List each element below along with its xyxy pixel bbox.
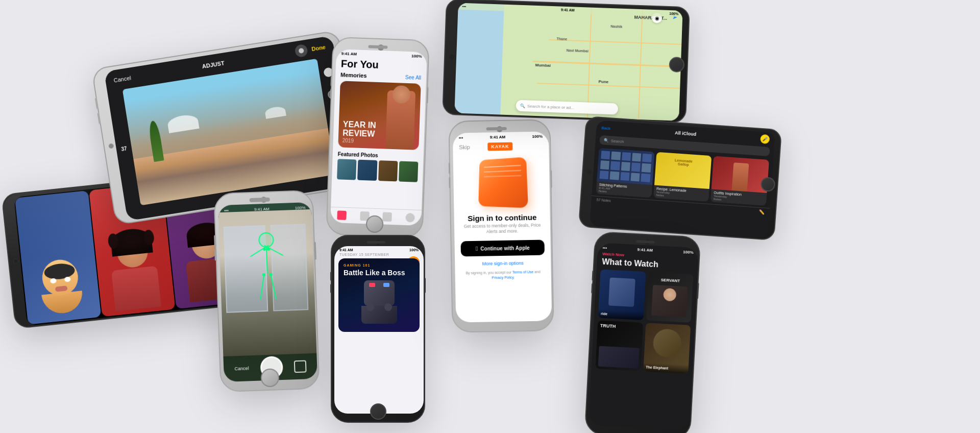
notes-back-btn[interactable]: Back bbox=[601, 126, 610, 131]
notes-screen: Back All iCloud 🎤 🔍 Search bbox=[590, 120, 775, 238]
phone-kayak-signin: ▪▪▪ 9:41 AM 100% Skip KAYAK Sign in to c… bbox=[448, 119, 554, 332]
appstore-hero-title: Battle Like a Boss bbox=[344, 269, 414, 277]
city-pune: Pune bbox=[598, 80, 608, 85]
note-card-lemonade[interactable]: LemonadeGallop Recipe: Lemonade Yesterda… bbox=[653, 152, 712, 202]
phone-app-store: 9:41 AM 100% TUESDAY 15 SEPTEMBER GAMING… bbox=[331, 235, 425, 423]
tv-show-truth[interactable]: TRUTH bbox=[595, 320, 643, 371]
privacy-link[interactable]: Privacy Policy bbox=[492, 275, 513, 279]
facetime-tile-memoji bbox=[15, 190, 101, 325]
tv-signal: ▪▪▪ bbox=[603, 246, 607, 250]
show-ride-title: ride bbox=[601, 312, 641, 318]
show-truth-title: TRUTH bbox=[600, 323, 616, 329]
maps-search-icon: 🔍 bbox=[520, 103, 525, 108]
memories-label: Memories bbox=[340, 71, 367, 79]
maps-search-placeholder[interactable]: Search for a place or ad... bbox=[527, 104, 574, 110]
kayak-time: 9:41 AM bbox=[490, 135, 506, 140]
phone-maps: Mumbai Thane Navi Mumbai Nashik Pune MAH… bbox=[442, 0, 690, 123]
phone-apple-tv: ▪▪▪ 9:41 AM 100% Watch Now What to Watch… bbox=[584, 231, 701, 433]
appstore-time: 9:41 AM bbox=[339, 248, 353, 252]
terms-link[interactable]: Terms of Use bbox=[512, 270, 533, 274]
notes-count: 57 Notes bbox=[596, 198, 611, 204]
home-btn-appstore[interactable] bbox=[370, 403, 386, 420]
kayak-skip-btn[interactable]: Skip bbox=[459, 144, 470, 150]
camera-cancel-btn[interactable]: Cancel bbox=[234, 366, 249, 371]
continue-with-apple-btn[interactable]:  Continue with Apple bbox=[461, 240, 545, 257]
apple-btn-label: Continue with Apple bbox=[480, 245, 529, 252]
camera-notch bbox=[13, 258, 18, 264]
cancel-label: Cancel bbox=[113, 75, 132, 83]
city-thane: Thane bbox=[556, 37, 567, 41]
camera-ar-screen: ▪▪▪ 9:41 AM 100% bbox=[218, 202, 317, 382]
note-card-outfits[interactable]: Outfits Inspiration Yesterday Notes bbox=[710, 156, 769, 206]
kayak-signin-sub: Get access to member-only deals, Price A… bbox=[454, 222, 550, 239]
appstore-screen: 9:41 AM 100% TUESDAY 15 SEPTEMBER GAMING… bbox=[334, 246, 424, 414]
music-hero-year1: YEAR IN bbox=[343, 119, 376, 130]
tv-time: 9:41 AM bbox=[637, 247, 653, 253]
kayak-signin-title: Sign in to continue bbox=[454, 210, 550, 224]
legal-prefix: By signing in, you accept our bbox=[465, 271, 512, 275]
notes-search-placeholder[interactable]: Search bbox=[610, 138, 624, 144]
home-btn-music[interactable] bbox=[365, 215, 383, 233]
kayak-battery: 100% bbox=[532, 134, 543, 139]
camera-maps bbox=[449, 54, 454, 59]
notes-title-label: All iCloud bbox=[675, 130, 697, 137]
phone-camera-ar: ▪▪▪ 9:41 AM 100% bbox=[213, 190, 320, 393]
maps-screen: Mumbai Thane Navi Mumbai Nashik Pune MAH… bbox=[454, 3, 682, 121]
phone-notes-icloud: Back All iCloud 🎤 🔍 Search bbox=[578, 116, 782, 240]
city-mumbai: Mumbai bbox=[535, 63, 551, 68]
show-servant-title: SERVANT bbox=[661, 278, 680, 283]
music-screen: 9:41 AM 100% For You Memories See All YE… bbox=[330, 49, 427, 226]
city-nashik: Nashik bbox=[610, 25, 622, 29]
tv-show-ride[interactable]: ride bbox=[598, 270, 646, 321]
music-tab-search[interactable] bbox=[405, 213, 415, 223]
notes-compose-icon[interactable]: ✏️ bbox=[758, 209, 765, 215]
appstore-battery: 100% bbox=[409, 248, 419, 252]
notes-mic-icon[interactable]: 🎤 bbox=[760, 134, 770, 144]
show-elephant-title: The Elephant bbox=[646, 365, 686, 371]
tv-show-servant[interactable]: SERVANT bbox=[646, 272, 693, 323]
apple-logo-icon:  bbox=[476, 245, 478, 252]
notes-search-icon: 🔍 bbox=[604, 138, 609, 143]
kayak-legal: By signing in, you accept our Terms of U… bbox=[455, 268, 551, 282]
city-navimumbai: Navi Mumbai bbox=[567, 49, 589, 53]
music-hero-year2: REVIEW bbox=[342, 129, 376, 139]
maps-signal: ▪▪▪ bbox=[462, 5, 466, 8]
see-all-link[interactable]: See All bbox=[405, 74, 422, 80]
music-hero-date: 2019 bbox=[342, 138, 376, 145]
note-card-stitching[interactable]: Stitching Patterns 9:41 AM Notes bbox=[596, 148, 654, 198]
camera-notes bbox=[587, 170, 592, 175]
gaming-tag: GAMING 101 bbox=[344, 263, 414, 267]
music-tab-browse[interactable] bbox=[383, 212, 393, 222]
adjust-label: ADJUST bbox=[202, 60, 225, 69]
front-camera bbox=[108, 143, 114, 149]
tv-screen: ▪▪▪ 9:41 AM 100% Watch Now What to Watch… bbox=[589, 243, 699, 430]
camera-ar-scan-icon[interactable] bbox=[294, 360, 307, 373]
kayak-screen: ▪▪▪ 9:41 AM 100% Skip KAYAK Sign in to c… bbox=[453, 131, 552, 322]
kayak-product-image bbox=[478, 157, 528, 208]
tv-battery: 100% bbox=[683, 250, 694, 255]
options-icon[interactable] bbox=[295, 44, 308, 58]
music-tab-listen[interactable] bbox=[337, 210, 347, 220]
phone-apple-music: 9:41 AM 100% For You Memories See All YE… bbox=[326, 37, 429, 238]
kayak-logo: KAYAK bbox=[487, 142, 513, 151]
music-battery: 100% bbox=[411, 54, 422, 59]
maps-time: 9:41 AM bbox=[561, 8, 575, 12]
music-time: 9:41 AM bbox=[341, 51, 357, 56]
legal-suffix: . bbox=[513, 275, 514, 279]
maps-battery: 100% bbox=[669, 12, 678, 16]
legal-and: and bbox=[533, 270, 541, 274]
home-btn-camera[interactable] bbox=[260, 368, 279, 387]
kayak-signal: ▪▪▪ bbox=[459, 135, 463, 140]
home-btn-maps[interactable] bbox=[669, 57, 684, 73]
tv-show-elephant[interactable]: The Elephant bbox=[643, 323, 691, 374]
done-label[interactable]: Done bbox=[311, 44, 326, 52]
